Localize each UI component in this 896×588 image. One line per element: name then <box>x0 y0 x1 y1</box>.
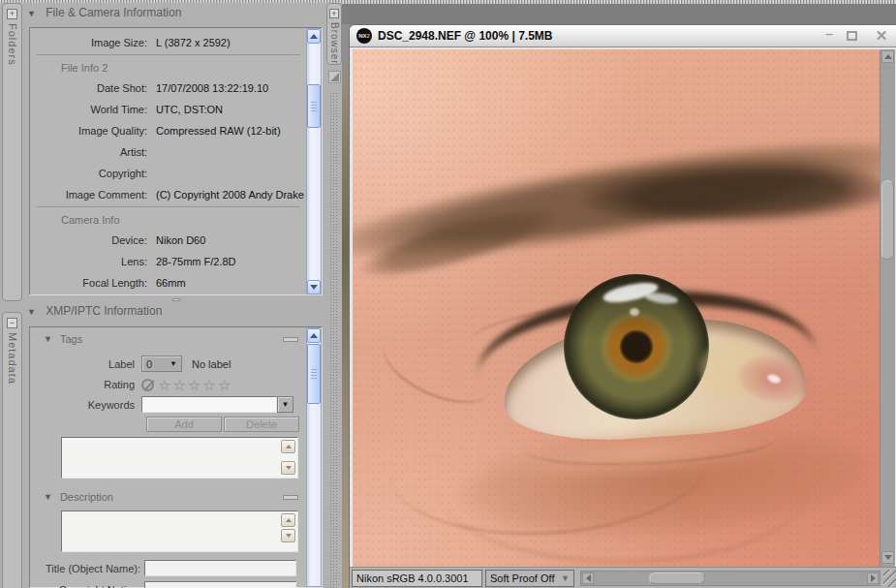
arrow-up-icon <box>310 34 318 39</box>
file-camera-info-title: File & Camera Information <box>46 6 181 19</box>
metadata-collapse-icon[interactable]: − <box>7 318 17 328</box>
window-resize-grip-icon[interactable] <box>883 570 896 587</box>
scroll-up-button[interactable] <box>881 50 894 63</box>
arrow-up-icon <box>884 54 892 59</box>
file-info-scrollbar[interactable] <box>306 28 322 294</box>
label-caption: Label <box>30 358 141 370</box>
label-dropdown-value: 0 <box>146 358 152 370</box>
xmp-iptc-header[interactable]: ▼ XMP/IPTC Information <box>27 304 162 322</box>
nx2-app-icon: NX2 <box>356 28 372 44</box>
panel-splitter[interactable] <box>29 297 323 303</box>
image-horizontal-scrollbar[interactable] <box>580 571 881 586</box>
xmp-scrollbar[interactable] <box>306 327 322 587</box>
metadata-row: Device: Nikon D60 <box>30 230 306 251</box>
scrollbar-thumb[interactable] <box>649 573 705 584</box>
metadata-label: Image Quality: <box>30 120 156 141</box>
scroll-up-button[interactable] <box>307 328 321 343</box>
file-camera-info-box: Image Size: L (3872 x 2592) File Info 2 … <box>29 27 323 295</box>
copyright-field-input[interactable] <box>144 581 296 588</box>
arrow-down-icon <box>884 555 892 560</box>
copyright-field-row: Copyright Notice: <box>30 581 306 588</box>
collapse-triangle-icon[interactable]: ▼ <box>27 307 36 317</box>
metadata-label: Device: <box>30 230 156 251</box>
metadata-value: 28-75mm F/2.8D <box>156 251 236 272</box>
collapse-triangle-icon[interactable]: ▼ <box>44 334 52 344</box>
delete-button[interactable]: Delete <box>224 417 299 432</box>
label-status-text: No label <box>192 358 231 370</box>
metadata-label: Focal Length: <box>30 272 156 294</box>
maximize-icon <box>847 31 857 41</box>
arrow-up-icon <box>310 333 318 338</box>
metadata-tab[interactable]: − Metadata <box>2 312 22 588</box>
minimize-section-icon[interactable] <box>283 495 298 500</box>
scrollbar-thumb[interactable] <box>881 180 894 260</box>
list-scroll-down-button[interactable] <box>281 461 295 475</box>
desc-scroll-down-button[interactable] <box>281 529 295 542</box>
scroll-left-button[interactable] <box>582 573 594 584</box>
tags-section-header[interactable]: ▼ Tags <box>30 331 306 347</box>
image-window-titlebar[interactable]: NX2 DSC_2948.NEF @ 100% | 7.5MB <box>350 25 896 47</box>
chevron-down-icon: ▼ <box>561 571 570 586</box>
minimize-section-icon[interactable] <box>283 337 298 342</box>
arrow-up-icon <box>286 445 292 449</box>
image-window-title: DSC_2948.NEF @ 100% | 7.5MB <box>378 29 552 43</box>
rating-row: Rating ☆☆☆☆☆ <box>30 376 306 393</box>
description-section-header[interactable]: ▼ Description <box>30 489 306 505</box>
image-window: NX2 DSC_2948.NEF @ 100% | 7.5MB – ✕ <box>349 24 896 588</box>
maximize-button[interactable] <box>844 28 859 44</box>
color-profile-box: Nikon sRGB 4.0.0.3001 <box>352 570 482 587</box>
metadata-label: Image Comment: <box>30 184 156 205</box>
collapse-triangle-icon[interactable]: ▼ <box>44 492 52 502</box>
keywords-list-area[interactable] <box>61 437 298 479</box>
metadata-row: Copyright: <box>30 163 306 184</box>
metadata-row: Artist: <box>30 141 306 163</box>
metadata-value: Compressed RAW (12-bit) <box>156 120 281 141</box>
soft-proof-dropdown[interactable]: Soft Proof Off ▼ <box>485 570 574 587</box>
close-button[interactable]: ✕ <box>873 28 890 44</box>
no-rating-icon[interactable] <box>141 379 154 391</box>
keywords-buttons-row: Add Delete <box>30 417 306 432</box>
browser-expand-icon[interactable]: + <box>329 9 339 18</box>
folders-tab[interactable]: + Folders <box>2 3 22 301</box>
description-section-title: Description <box>60 491 113 503</box>
arrow-down-icon <box>286 534 292 538</box>
scrollbar-thumb[interactable] <box>307 344 321 404</box>
collapse-triangle-icon[interactable]: ▼ <box>27 9 36 18</box>
folders-expand-icon[interactable]: + <box>7 9 17 19</box>
metadata-row: Focal Length: 66mm <box>30 272 306 294</box>
description-text-area[interactable] <box>61 511 298 552</box>
metadata-value: (C) Copyright 2008 Andy Drake <box>156 184 304 205</box>
title-field-input[interactable] <box>144 560 296 576</box>
arrow-left-icon <box>586 574 591 582</box>
dock-edge-texture[interactable] <box>329 92 339 588</box>
metadata-row: Lens: 28-75mm F/2.8D <box>30 251 306 272</box>
metadata-label: Copyright: <box>30 163 156 184</box>
copyright-field-label: Copyright Notice: <box>30 584 144 588</box>
scroll-right-button[interactable] <box>867 573 879 584</box>
metadata-row: Image Size: L (3872 x 2592) <box>30 32 306 53</box>
list-scroll-up-button[interactable] <box>281 440 295 453</box>
rating-stars[interactable]: ☆☆☆☆☆ <box>158 379 232 391</box>
arrow-down-icon <box>286 466 292 470</box>
file-camera-info-header[interactable]: ▼ File & Camera Information <box>27 6 181 23</box>
metadata-row: Image Quality: Compressed RAW (12-bit) <box>30 120 306 141</box>
photo-canvas[interactable] <box>353 49 880 567</box>
desc-scroll-up-button[interactable] <box>281 513 295 527</box>
minimize-button[interactable]: – <box>821 28 837 44</box>
label-dropdown[interactable]: 0 ▼ <box>141 356 182 372</box>
dock-resize-grip-icon[interactable] <box>328 71 341 83</box>
keywords-input[interactable] <box>141 396 277 413</box>
metadata-label: Date Shot: <box>30 77 156 99</box>
chevron-down-icon: ▼ <box>170 359 177 368</box>
scrollbar-thumb[interactable] <box>307 84 321 128</box>
metadata-label: Lens: <box>30 251 156 272</box>
browser-tab[interactable]: + Browser <box>326 3 342 65</box>
rating-caption: Rating <box>30 379 141 390</box>
arrow-up-icon <box>286 518 292 522</box>
add-button[interactable]: Add <box>146 417 222 432</box>
scroll-down-button[interactable] <box>881 551 894 564</box>
scroll-up-button[interactable] <box>307 29 321 44</box>
image-vertical-scrollbar[interactable] <box>880 49 895 567</box>
scroll-down-button[interactable] <box>307 280 321 294</box>
keywords-dropdown-button[interactable]: ▼ <box>277 396 294 413</box>
